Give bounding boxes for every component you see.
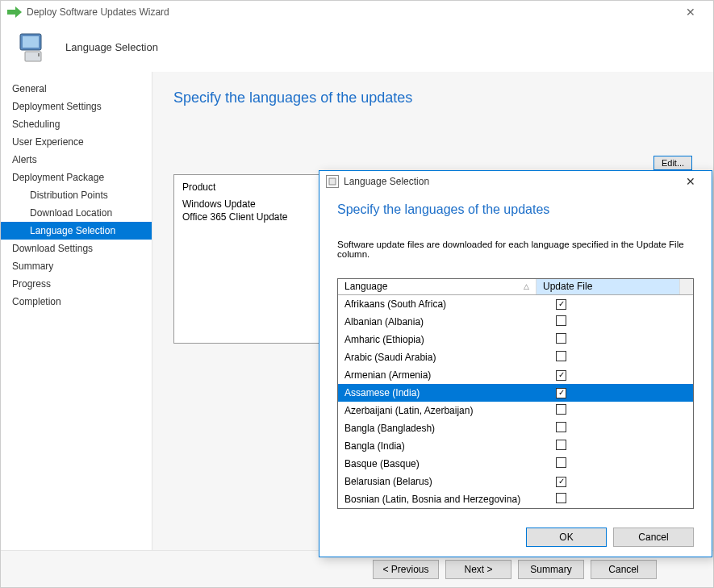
summary-button[interactable]: Summary: [518, 560, 584, 579]
language-name: Arabic (Saudi Arabia): [338, 352, 549, 363]
titlebar: Deploy Software Updates Wizard ✕: [1, 1, 713, 23]
sidebar-item[interactable]: Download Settings: [1, 240, 152, 257]
edit-button[interactable]: Edit...: [653, 156, 692, 170]
sidebar-item[interactable]: User Experience: [1, 133, 152, 151]
scrollbar-header-spacer: [680, 279, 693, 294]
product-row[interactable]: Windows Update: [182, 198, 340, 211]
update-file-column-header[interactable]: Update File: [537, 279, 680, 294]
sidebar-item[interactable]: Summary: [1, 257, 152, 275]
wizard-arrow-icon: [7, 6, 22, 18]
language-row[interactable]: Bosnian (Latin, Bosnia and Herzegovina): [338, 490, 693, 508]
update-file-checkbox[interactable]: [556, 315, 566, 326]
update-file-checkbox[interactable]: [556, 457, 566, 468]
language-row[interactable]: Bangla (India): [338, 437, 693, 455]
sidebar-item[interactable]: Alerts: [1, 151, 152, 169]
language-row[interactable]: Arabic (Saudi Arabia): [338, 348, 693, 366]
language-name: Azerbaijani (Latin, Azerbaijan): [338, 405, 549, 416]
dialog-close-button[interactable]: ✕: [676, 175, 705, 188]
language-table-header: Language △ Update File: [338, 279, 693, 295]
update-file-cell: [549, 440, 693, 452]
update-file-checkbox[interactable]: [556, 493, 566, 503]
language-column-header[interactable]: Language △: [338, 279, 537, 294]
language-name: Afrikaans (South Africa): [338, 298, 549, 310]
language-name: Amharic (Ethiopia): [338, 334, 549, 345]
update-file-cell: [549, 333, 693, 346]
wizard-window: Deploy Software Updates Wizard ✕ Languag…: [0, 0, 714, 588]
update-file-checkbox[interactable]: ✓: [556, 370, 566, 381]
sidebar-item[interactable]: Completion: [1, 293, 152, 311]
sidebar-item[interactable]: General: [1, 80, 152, 98]
page-title: Language Selection: [65, 41, 158, 53]
wizard-sidebar: GeneralDeployment SettingsSchedulingUser…: [1, 72, 152, 550]
window-close-button[interactable]: ✕: [674, 6, 707, 19]
ok-button[interactable]: OK: [526, 528, 607, 547]
update-file-checkbox[interactable]: ✓: [556, 388, 566, 398]
language-row[interactable]: Basque (Basque): [338, 455, 693, 473]
language-row[interactable]: Assamese (India)✓: [338, 384, 693, 402]
product-header: Product: [182, 181, 340, 193]
update-file-checkbox[interactable]: ✓: [556, 477, 566, 487]
dialog-title: Language Selection: [344, 176, 429, 187]
svg-rect-3: [23, 36, 39, 48]
dialog-titlebar: Language Selection ✕: [319, 171, 712, 193]
sidebar-item[interactable]: Scheduling: [1, 115, 152, 133]
svg-marker-1: [15, 6, 22, 18]
language-row[interactable]: Belarusian (Belarus)✓: [338, 473, 693, 490]
update-file-cell: ✓: [549, 475, 693, 487]
dialog-footer: OK Cancel: [319, 519, 712, 557]
dialog-body: Specify the languages of the updates Sof…: [319, 193, 712, 519]
svg-rect-0: [7, 10, 15, 15]
language-selection-dialog: Language Selection ✕ Specify the languag…: [319, 170, 712, 557]
sidebar-item[interactable]: Progress: [1, 275, 152, 293]
main-heading: Specify the languages of the updates: [173, 90, 692, 106]
product-row[interactable]: Office 365 Client Update: [182, 211, 340, 223]
language-name: Bosnian (Latin, Bosnia and Herzegovina): [338, 494, 549, 505]
language-column-label: Language: [344, 281, 387, 292]
update-file-cell: [549, 422, 693, 435]
next-button[interactable]: Next >: [445, 560, 511, 579]
update-file-cell: [549, 457, 693, 470]
update-file-checkbox[interactable]: [556, 440, 566, 450]
language-name: Albanian (Albania): [338, 316, 549, 327]
dialog-cancel-button[interactable]: Cancel: [613, 528, 694, 547]
update-file-cell: [549, 315, 693, 328]
cancel-button[interactable]: Cancel: [591, 560, 657, 579]
previous-button[interactable]: < Previous: [373, 560, 439, 579]
sidebar-item[interactable]: Deployment Package: [1, 169, 152, 186]
sidebar-item[interactable]: Language Selection: [1, 222, 152, 240]
computer-icon: [17, 32, 49, 63]
language-name: Assamese (India): [338, 387, 549, 398]
update-file-cell: ✓: [549, 298, 693, 310]
svg-rect-6: [329, 178, 336, 185]
update-file-checkbox[interactable]: [556, 351, 566, 361]
language-table-body[interactable]: Afrikaans (South Africa)✓Albanian (Alban…: [338, 295, 693, 508]
dialog-heading: Specify the languages of the updates: [337, 202, 694, 217]
wizard-header: Language Selection: [1, 23, 713, 72]
sidebar-item[interactable]: Deployment Settings: [1, 98, 152, 115]
language-row[interactable]: Albanian (Albania): [338, 313, 693, 331]
language-row[interactable]: Azerbaijani (Latin, Azerbaijan): [338, 402, 693, 419]
update-file-cell: [549, 404, 693, 417]
update-file-checkbox[interactable]: [556, 333, 566, 344]
dialog-description: Software update files are downloaded for…: [337, 240, 694, 259]
language-name: Bangla (India): [338, 440, 549, 452]
language-name: Armenian (Armenia): [338, 369, 549, 381]
sidebar-item[interactable]: Distribution Points: [1, 186, 152, 204]
language-row[interactable]: Bangla (Bangladesh): [338, 419, 693, 437]
language-row[interactable]: Amharic (Ethiopia): [338, 331, 693, 348]
svg-rect-5: [38, 53, 40, 56]
language-row[interactable]: Afrikaans (South Africa)✓: [338, 295, 693, 313]
language-name: Basque (Basque): [338, 458, 549, 469]
update-file-checkbox[interactable]: ✓: [556, 299, 566, 310]
update-file-cell: ✓: [549, 386, 693, 398]
window-title: Deploy Software Updates Wizard: [27, 6, 169, 18]
update-file-checkbox[interactable]: [556, 404, 566, 415]
sidebar-item[interactable]: Download Location: [1, 204, 152, 222]
sort-ascending-icon: △: [524, 282, 529, 290]
update-file-cell: [549, 493, 693, 506]
update-file-cell: [549, 351, 693, 364]
language-row[interactable]: Armenian (Armenia)✓: [338, 366, 693, 384]
update-file-checkbox[interactable]: [556, 422, 566, 432]
dialog-app-icon: [326, 175, 339, 188]
update-file-cell: ✓: [549, 369, 693, 381]
